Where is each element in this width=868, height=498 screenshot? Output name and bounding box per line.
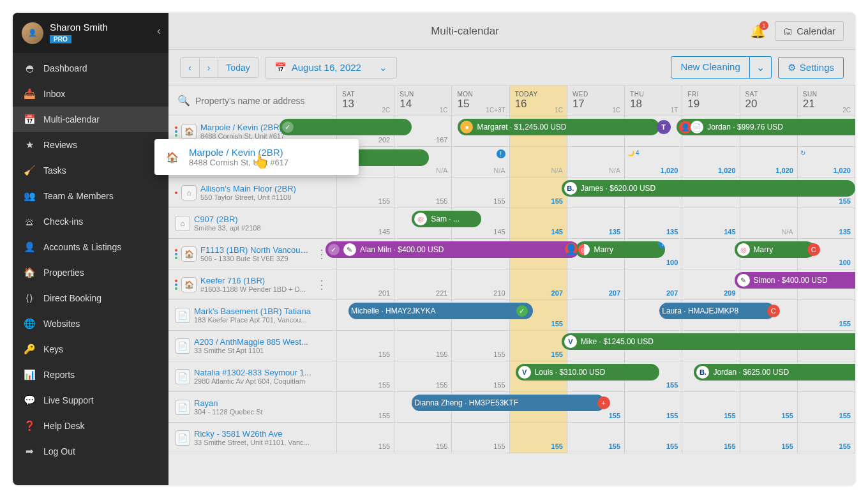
calendar-cell[interactable]: 155 — [567, 423, 625, 453]
nav-inbox[interactable]: 📥Inbox — [13, 81, 168, 107]
calendar-cell[interactable]: 155 — [798, 423, 855, 453]
nav-accounts[interactable]: 👤Accounts & Listings — [13, 234, 168, 260]
calendar-cell[interactable]: 135 — [567, 208, 625, 238]
prev-button[interactable]: ‹ — [181, 58, 200, 77]
booking-bar[interactable]: B.James · $620.00 USD — [562, 180, 855, 197]
calendar-cell[interactable]: 210 — [452, 269, 509, 299]
calendar-cell[interactable]: 155 — [452, 177, 509, 207]
new-cleaning-button[interactable]: New Cleaning — [671, 56, 749, 79]
calendar-cell[interactable]: 207 — [567, 269, 625, 299]
day-header[interactable]: SUN141C — [394, 86, 452, 116]
calendar-cell[interactable]: 155 — [337, 331, 394, 361]
notifications-button[interactable]: 🔔 1 — [750, 24, 766, 39]
nav-logout[interactable]: ➡Log Out — [13, 439, 168, 464]
calendar-cell[interactable]: 1,020 — [740, 147, 798, 177]
nav-tasks[interactable]: 🧹Tasks — [13, 158, 168, 183]
booking-bar[interactable]: ◎Marry! — [576, 241, 665, 258]
calendar-cell[interactable]: 155 — [452, 423, 509, 453]
trailing-badge[interactable]: + — [597, 396, 610, 409]
property-label[interactable]: 📄Ricky - 3581 W26th Ave33 Smithe Street,… — [168, 423, 337, 453]
search-input[interactable] — [195, 96, 327, 106]
new-cleaning-dropdown[interactable]: ⌄ — [750, 56, 772, 79]
calendar-cell[interactable]: N/A — [510, 147, 567, 177]
property-label[interactable]: 📄Rayan304 - 1128 Quebec St — [168, 392, 337, 422]
day-header[interactable]: FRI19 — [682, 86, 740, 116]
property-label[interactable]: ⌂C907 (2BR)Smithe 33, apt #2108 — [168, 208, 337, 238]
calendar-cell[interactable]: 155 — [452, 361, 509, 391]
calendar-cell[interactable]: 1,0204 — [625, 147, 682, 177]
trailing-badge[interactable]: C — [807, 243, 820, 256]
calendar-cell[interactable]: 155 — [337, 361, 394, 391]
booking-bar[interactable]: Laura · HMAJEJMKP8 — [659, 303, 774, 319]
booking-bar[interactable]: ◎Marry — [735, 241, 815, 258]
day-header[interactable]: MON151C+3T — [452, 86, 509, 116]
calendar-cell[interactable]: 155 — [394, 177, 452, 207]
calendar-cell[interactable]: 221 — [394, 269, 452, 299]
calendar-cell[interactable]: 155 — [798, 300, 855, 330]
property-label[interactable]: 🏠Keefer 716 (1BR)#1603-1188 W Pender 1BD… — [168, 269, 337, 299]
nav-live-support[interactable]: 💬Live Support — [13, 388, 168, 413]
day-header[interactable]: TODAY161C — [510, 86, 567, 116]
nav-reviews[interactable]: ★Reviews — [13, 132, 168, 158]
booking-bar[interactable]: VMike · $1245.00 USD — [562, 333, 855, 350]
property-label[interactable]: 📄Natalia #1302-833 Seymour 1...2980 Atla… — [168, 361, 337, 391]
nav-properties[interactable]: 🏠Properties — [13, 260, 168, 285]
view-switch-button[interactable]: 🗂 Calendar — [775, 21, 844, 41]
day-header[interactable]: SAT20 — [740, 86, 798, 116]
calendar-cell[interactable]: 201 — [337, 269, 394, 299]
calendar-cell[interactable] — [682, 239, 740, 269]
calendar-cell[interactable]: N/A — [740, 208, 798, 238]
calendar-cell[interactable]: 155 — [625, 392, 682, 422]
calendar-cell[interactable]: 1,020 — [798, 147, 855, 177]
calendar-cell[interactable]: 135 — [798, 208, 855, 238]
calendar-cell[interactable]: 155 — [452, 331, 509, 361]
property-search[interactable]: 🔍 — [168, 86, 337, 116]
booking-marker[interactable]: T — [657, 120, 671, 134]
calendar-cell[interactable]: N/A — [567, 147, 625, 177]
settings-button[interactable]: ⚙ Settings — [778, 57, 844, 79]
day-header[interactable]: SAT132C — [337, 86, 394, 116]
booking-bar[interactable]: ✓ — [280, 119, 412, 135]
calendar-cell[interactable]: 135 — [625, 208, 682, 238]
nav-checkins[interactable]: 🛎Check-ins — [13, 209, 168, 234]
nav-dashboard[interactable]: ◓Dashboard — [13, 56, 168, 81]
calendar-cell[interactable]: 155 — [394, 423, 452, 453]
day-header[interactable]: SUN212C — [798, 86, 855, 116]
nav-direct-booking[interactable]: ⟨⟩Direct Booking — [13, 285, 168, 311]
user-block[interactable]: 👤 Sharon Smith PRO ‹ — [13, 13, 168, 53]
calendar-cell[interactable]: 155 — [682, 392, 740, 422]
next-button[interactable]: › — [200, 58, 219, 77]
sidebar-collapse-button[interactable]: ‹ — [157, 24, 161, 38]
calendar-cell[interactable]: 155 — [740, 423, 798, 453]
calendar-cell[interactable]: 155 — [394, 331, 452, 361]
nav-keys[interactable]: 🔑Keys — [13, 336, 168, 362]
property-label[interactable]: ⌂Allison's Main Floor (2BR)550 Taylor St… — [168, 177, 337, 207]
booking-bar[interactable]: ◎Sam · ... — [412, 211, 481, 227]
booking-bar[interactable]: 👤📄Jordan · $999.76 USD — [677, 119, 855, 135]
booking-bar[interactable]: ●Margaret · $1,245.00 USD — [458, 119, 659, 135]
property-label[interactable]: 📄Mark's Basement (1BR) Tatiana183 Keefer… — [168, 300, 337, 330]
calendar-cell[interactable]: 145 — [682, 208, 740, 238]
nav-multi-calendar[interactable]: 📅Multi-calendar — [13, 107, 168, 132]
nav-reports[interactable]: 📊Reports — [13, 362, 168, 388]
calendar-cell[interactable]: 207 — [510, 269, 567, 299]
booking-bar[interactable]: ✓✎Alan Miln · $400.00 USD — [326, 241, 579, 258]
booking-bar[interactable]: Dianna Zheng · HM3PE53KTF — [412, 395, 604, 411]
calendar-cell[interactable]: 155 — [337, 392, 394, 422]
calendar-cell[interactable]: 155 — [337, 177, 394, 207]
day-header[interactable]: THU181T — [625, 86, 682, 116]
calendar-cell[interactable]: 1,020 — [682, 147, 740, 177]
booking-bar[interactable]: ✎Simon · $400.00 USD — [735, 272, 855, 289]
calendar-cell[interactable]: 155 — [740, 392, 798, 422]
calendar-cell[interactable]: 145 — [510, 208, 567, 238]
calendar-cell[interactable]: 155 — [510, 423, 567, 453]
row-menu-button[interactable]: ⋮ — [313, 278, 330, 292]
calendar-cell[interactable]: N/A! — [452, 147, 509, 177]
property-label[interactable]: 📄A203 / AnthMaggie 885 West...33 Smithe … — [168, 331, 337, 361]
calendar-cell[interactable]: 155 — [798, 392, 855, 422]
nav-websites[interactable]: 🌐Websites — [13, 311, 168, 336]
booking-bar[interactable]: B.Jordan · $625.00 USD — [694, 364, 855, 381]
calendar-cell[interactable]: 209 — [682, 269, 740, 299]
nav-team[interactable]: 👥Team & Members — [13, 183, 168, 209]
property-label[interactable]: 🏠F1113 (1BR) North Vancouver506 - 1330 B… — [168, 239, 337, 269]
